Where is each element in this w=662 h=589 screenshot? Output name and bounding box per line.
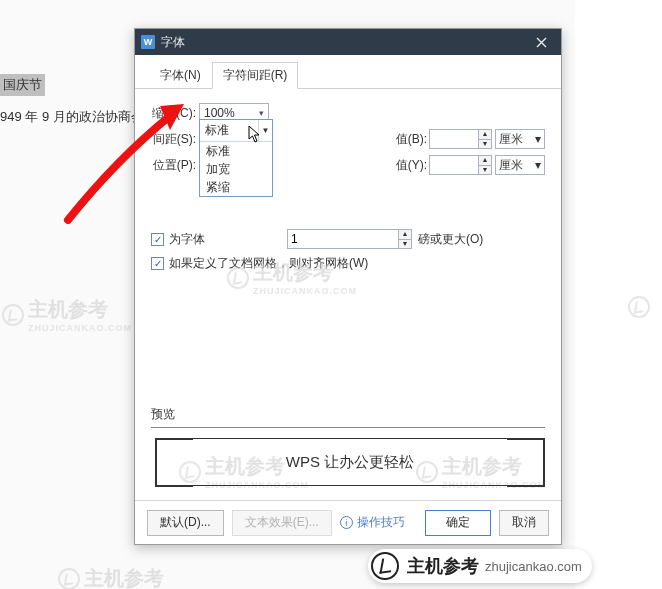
value-y-input[interactable] (429, 155, 479, 175)
badge-icon (371, 552, 399, 580)
kerning-label: 为字体 (169, 231, 205, 248)
tab-font[interactable]: 字体(N) (149, 62, 212, 89)
tab-strip: 字体(N) 字符间距(R) (135, 55, 561, 89)
titlebar[interactable]: W 字体 (135, 29, 561, 55)
chevron-down-icon: ▾ (259, 108, 264, 118)
position-label: 位置(P): (151, 157, 199, 174)
ok-button[interactable]: 确定 (425, 510, 491, 536)
snap-grid-label: 如果定义了文档网格，则对齐网格(W) (169, 255, 368, 272)
kerning-spinner[interactable]: ▲ ▼ (287, 229, 412, 249)
default-button[interactable]: 默认(D)... (147, 510, 224, 536)
text-effects-button: 文本效果(E)... (232, 510, 332, 536)
tips-link[interactable]: i 操作技巧 (340, 514, 405, 531)
close-icon (536, 37, 547, 48)
scale-label: 缩放(C): (151, 105, 199, 122)
watermark (628, 296, 650, 318)
bg-heading: 国庆节 (0, 74, 45, 96)
button-bar: 默认(D)... 文本效果(E)... i 操作技巧 确定 取消 (135, 500, 561, 544)
preview-box: WPS 让办公更轻松 (155, 438, 545, 486)
spin-down-button[interactable]: ▼ (478, 165, 492, 175)
bg-paragraph: 949 年 9 月的政治协商会 (0, 108, 144, 126)
chevron-down-icon: ▾ (535, 158, 541, 172)
chevron-down-icon: ▼ (258, 120, 272, 141)
spacing-dropdown-open: 标准 ▼ 标准 加宽 紧缩 (199, 119, 273, 197)
spacing-option-standard[interactable]: 标准 (200, 142, 272, 160)
badge-brand: 主机参考 (407, 554, 479, 578)
kerning-input[interactable] (287, 229, 399, 249)
spacing-dropdown-selected[interactable]: 标准 ▼ (200, 120, 272, 142)
value-b-spinner[interactable]: ▲ ▼ (429, 129, 492, 149)
preview-label: 预览 (151, 406, 545, 428)
watermark-icon (628, 296, 650, 318)
spin-up-button[interactable]: ▲ (478, 129, 492, 139)
app-icon: W (141, 35, 155, 49)
chevron-down-icon: ▾ (535, 132, 541, 146)
spacing-option-condensed[interactable]: 紧缩 (200, 178, 272, 196)
value-b-unit-dropdown[interactable]: 厘米▾ (495, 129, 545, 149)
tab-char-spacing[interactable]: 字符间距(R) (212, 62, 299, 89)
value-b-label: 值(B): (396, 131, 427, 148)
spin-up-button[interactable]: ▲ (398, 229, 412, 239)
spin-down-button[interactable]: ▼ (398, 239, 412, 249)
site-badge: 主机参考 zhujicankao.com (368, 549, 592, 583)
close-button[interactable] (529, 32, 553, 52)
value-b-input[interactable] (429, 129, 479, 149)
panel-char-spacing: 缩放(C): 100% ▾ 间距(S): 值(B): ▲ ▼ 厘米▾ (135, 89, 561, 544)
cancel-button[interactable]: 取消 (499, 510, 549, 536)
spacing-option-expanded[interactable]: 加宽 (200, 160, 272, 178)
preview-section: 预览 WPS 让办公更轻松 (151, 406, 545, 486)
info-icon: i (340, 516, 353, 529)
value-y-unit-dropdown[interactable]: 厘米▾ (495, 155, 545, 175)
scale-value: 100% (204, 106, 235, 120)
spacing-label: 间距(S): (151, 131, 199, 148)
spin-up-button[interactable]: ▲ (478, 155, 492, 165)
kerning-checkbox[interactable]: ✓ (151, 233, 164, 246)
kerning-tail-label: 磅或更大(O) (418, 231, 483, 248)
dialog-title: 字体 (161, 34, 529, 51)
spin-down-button[interactable]: ▼ (478, 139, 492, 149)
preview-text: WPS 让办公更轻松 (286, 453, 414, 472)
badge-url: zhujicankao.com (485, 559, 582, 574)
snap-grid-checkbox[interactable]: ✓ (151, 257, 164, 270)
font-dialog: W 字体 字体(N) 字符间距(R) 缩放(C): 100% ▾ 间距(S): … (134, 28, 562, 545)
value-y-label: 值(Y): (396, 157, 427, 174)
value-y-spinner[interactable]: ▲ ▼ (429, 155, 492, 175)
